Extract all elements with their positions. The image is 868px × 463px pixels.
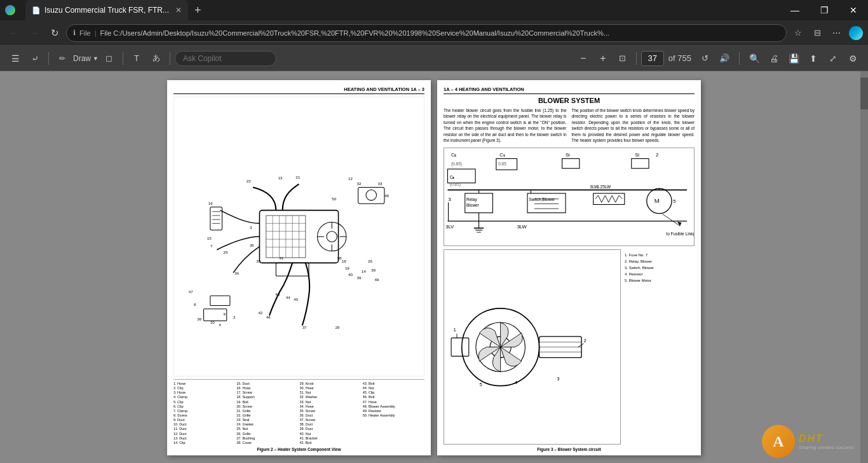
svg-line-125 — [578, 343, 584, 347]
svg-rect-78 — [632, 158, 649, 168]
svg-text:Switch,Blower: Switch,Blower — [529, 197, 555, 202]
svg-text:16: 16 — [208, 201, 213, 205]
parts-list: 1. Hose 2. Clip 3. Hose 4. Clamp 5. Clip… — [173, 379, 424, 445]
legend-item: 1. Fuse No. 7 — [625, 252, 695, 258]
legend-item: 3. Switch, Blower — [625, 265, 695, 271]
minimize-btn[interactable]: — — [780, 0, 810, 20]
svg-text:36: 36 — [197, 317, 201, 321]
svg-text:29: 29 — [335, 325, 339, 329]
svg-text:to Fusible Link(1.25): to Fusible Link(1.25) — [666, 231, 694, 236]
blower-legend: 1. Fuse No. 7 2. Relay, Blower 3. Switch… — [625, 249, 695, 445]
scrollbar-thumb[interactable] — [860, 78, 868, 109]
watermark-brand: DHT — [799, 433, 854, 445]
pdf-page-right: 1A – 4 HEATING AND VENTILATION BLOWER SY… — [437, 80, 701, 455]
fit-page-btn[interactable]: ⊡ — [614, 50, 632, 67]
forward-btn[interactable]: → — [25, 24, 43, 42]
settings-btn[interactable]: ⚙ — [844, 50, 862, 67]
page-number-input[interactable]: 37 — [641, 51, 664, 66]
parts-col-2: 15. Duct 16. Hose 17. Screw 18. Support … — [236, 382, 298, 445]
save-btn[interactable]: 💾 — [785, 50, 803, 67]
close-btn[interactable]: ✕ — [839, 0, 868, 20]
list-item: 2. Clip — [173, 386, 235, 390]
font-btn[interactable]: あ — [147, 50, 165, 67]
svg-text:0.85: 0.85 — [498, 162, 506, 166]
list-item: 6. Clip — [173, 404, 235, 409]
scrollbar[interactable] — [860, 71, 868, 463]
svg-text:45: 45 — [294, 297, 298, 301]
sidebar-toggle-btn[interactable]: ☰ — [6, 50, 24, 67]
watermark-letter: A — [773, 433, 783, 450]
watermark-circle: A — [762, 425, 795, 458]
active-tab[interactable]: 📄 Isuzu Commercial Truck FSR, FTR... ✕ — [25, 0, 188, 20]
refresh-btn[interactable]: ↻ — [46, 24, 64, 42]
svg-text:19: 19 — [345, 266, 349, 270]
watermark-sub: Sharing creates success — [799, 445, 854, 450]
zoom-out-btn[interactable]: − — [574, 50, 592, 67]
split-btn[interactable]: ⊟ — [808, 24, 826, 42]
tab-close-btn[interactable]: ✕ — [175, 6, 182, 15]
pdf-toolbar: ☰ ⤾ ✏ Draw ▼ ◻ T あ − + ⊡ 37 of 755 ↺ 🔊 🔍… — [0, 46, 868, 71]
list-item: 25. Nut — [236, 427, 298, 431]
list-item: 21. Grille — [236, 409, 298, 413]
svg-line-104 — [663, 214, 680, 226]
svg-text:M: M — [654, 197, 660, 204]
nav-actions: ☆ ⊟ ⋯ — [789, 24, 863, 42]
watermark: A DHT Sharing creates success — [762, 425, 854, 458]
rotate-btn[interactable]: ⤾ — [26, 50, 44, 67]
list-item: 3. Hose — [173, 390, 235, 395]
toolbar-sep1 — [48, 52, 49, 65]
legend-item: 5. Blower Motor — [625, 277, 695, 284]
copilot-input[interactable] — [175, 51, 276, 66]
toolbar-sep5 — [739, 52, 740, 65]
circuit-diagram: C₂ (0.85) C₃ (0.85) C₂ 0.85 Si Si 2 — [444, 148, 695, 246]
svg-text:Blower: Blower — [466, 202, 480, 207]
body-text-left: The heater blower circuit goes from the … — [444, 107, 567, 144]
svg-text:49: 49 — [374, 277, 379, 282]
svg-text:13: 13 — [278, 176, 282, 180]
share-btn[interactable]: ⬆ — [804, 50, 822, 67]
list-item: 26. Grille — [236, 432, 298, 436]
print-btn[interactable]: 🖨 — [765, 50, 783, 67]
svg-text:12: 12 — [348, 176, 353, 181]
back-btn[interactable]: ← — [5, 24, 23, 42]
highlight-btn[interactable]: ✏ — [53, 50, 71, 67]
star-btn[interactable]: ☆ — [789, 24, 807, 42]
svg-text:22: 22 — [247, 179, 251, 183]
read-aloud-btn[interactable]: 🔊 — [715, 50, 733, 67]
list-item: 36. Duct — [300, 413, 362, 418]
svg-text:25: 25 — [224, 250, 228, 254]
edge-logo — [849, 26, 863, 40]
list-item: 31. Nut — [300, 390, 362, 395]
toolbar-sep3 — [170, 52, 170, 65]
tab-pdf-icon: 📄 — [32, 6, 41, 15]
list-item: 37. Screw — [300, 418, 362, 422]
search-btn[interactable]: 🔍 — [745, 50, 763, 67]
restore-btn[interactable]: ❐ — [810, 0, 839, 20]
list-item: 41. Bracket — [300, 436, 362, 441]
list-item: 30. Hose — [300, 386, 362, 390]
zoom-in-btn[interactable]: + — [594, 50, 612, 67]
svg-text:46: 46 — [266, 315, 271, 319]
list-item: 42. Bolt — [300, 441, 362, 445]
svg-text:3LV: 3LV — [445, 223, 454, 229]
title-bar: 📄 Isuzu Commercial Truck FSR, FTR... ✕ +… — [0, 0, 868, 20]
svg-text:33: 33 — [378, 181, 383, 186]
draw-label: Draw — [73, 54, 91, 63]
svg-rect-59 — [210, 296, 230, 306]
rotate-view-btn[interactable]: ↺ — [696, 50, 714, 67]
fullscreen-btn[interactable]: ⤢ — [824, 50, 842, 67]
list-item: 22. Grille — [236, 413, 298, 418]
browser-icon — [5, 5, 15, 15]
eraser-btn[interactable]: ◻ — [100, 50, 118, 67]
section-title: BLOWER SYSTEM — [444, 97, 695, 104]
text-select-btn[interactable]: T — [128, 50, 146, 67]
address-bar[interactable]: ℹ File | File C:/Users/Admin/Desktop/Isu… — [66, 24, 787, 42]
list-item: 27. Bushing — [236, 436, 298, 441]
svg-text:Si: Si — [635, 152, 639, 158]
more-btn[interactable]: ⋯ — [827, 24, 845, 42]
new-tab-btn[interactable]: + — [188, 0, 208, 20]
heater-diagram: 22 21 13 12 16 32 33 48 3 15 7 25 34 35 … — [173, 97, 424, 377]
list-item: 9. Duct — [173, 418, 235, 422]
draw-btn[interactable]: Draw — [73, 50, 91, 67]
parts-col-4: 43. Bolt 44. Nut 45. Clip 46. Bolt 47. H… — [363, 382, 424, 445]
